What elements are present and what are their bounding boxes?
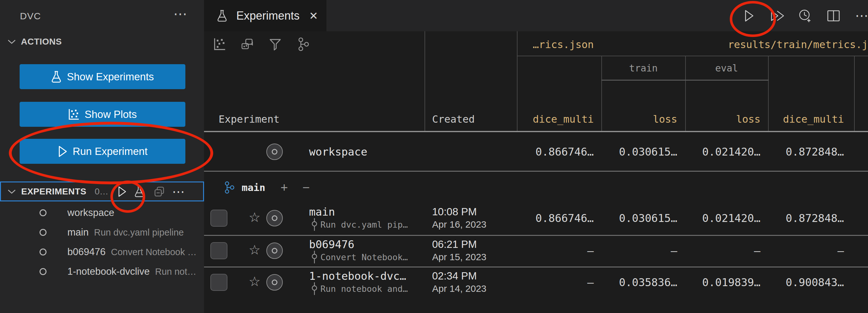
run-experiment-icon-button[interactable] [114, 183, 131, 200]
editor-tab-bar: Experiments ✕ [204, 0, 868, 31]
show-experiments-button[interactable]: Show Experiments [20, 64, 185, 89]
metric-value: 0.021420… [702, 146, 761, 158]
eval-loss-column-header[interactable]: loss [736, 113, 761, 125]
row-checkbox[interactable] [210, 274, 227, 291]
branch-name: main [242, 182, 266, 193]
run-experiment-label: Run Experiment [73, 146, 148, 157]
created-time: 06:21 PM [432, 239, 477, 250]
sidebar-more-icon[interactable]: ⋯ [173, 7, 187, 21]
run-all-icon-button[interactable] [768, 7, 786, 25]
created-time: 10:08 PM [432, 206, 477, 218]
created-date: Apr 15, 2023 [432, 252, 487, 262]
show-plots-button[interactable]: Show Plots [20, 102, 185, 127]
row-divider [204, 235, 868, 236]
column-divider[interactable] [601, 56, 602, 131]
experiment-name: main [309, 206, 335, 218]
eval-subgroup-header[interactable]: eval [715, 63, 738, 74]
header-row-divider [517, 56, 868, 56]
sidebar-item-b069476[interactable]: b069476 Convert Notebook … [0, 242, 204, 262]
metric-value: 0.021420… [702, 212, 761, 224]
metric-value: 0.866746… [535, 212, 594, 224]
sidebar-item-desc: Convert Notebook … [111, 247, 197, 257]
close-icon[interactable]: ✕ [309, 9, 318, 22]
sidebar-item-name: 1-notebook-dvclive [67, 266, 150, 277]
sidebar-item-desc: Run dvc.yaml pipeline [94, 227, 184, 238]
created-date: Apr 14, 2023 [432, 283, 487, 294]
sidebar-item-main[interactable]: main Run dvc.yaml pipeline [0, 223, 204, 242]
bullet-circle-icon [266, 210, 283, 226]
sidebar-item-name: b069476 [67, 246, 106, 258]
columns-reorder-icon-button[interactable] [239, 35, 256, 53]
experiments-section-label: EXPERIMENTS [21, 187, 86, 197]
add-icon-button[interactable]: + [281, 181, 288, 195]
metric-value: – [587, 244, 594, 257]
experiments-section-header[interactable]: EXPERIMENTS 0… ⋯ [0, 182, 204, 201]
experiment-desc: Convert Notebook… [312, 251, 408, 263]
bullet-circle-icon [266, 243, 283, 259]
metric-value: 0.900843… [786, 276, 844, 289]
train-loss-column-header[interactable]: loss [653, 113, 677, 125]
column-divider[interactable] [517, 31, 518, 131]
metric-value: 0.035836… [619, 276, 677, 289]
experiment-desc: Run notebook and… [312, 282, 408, 295]
sidebar-title: DVC [20, 11, 41, 22]
sidebar-item-workspace[interactable]: workspace [0, 203, 204, 223]
queue-clock-plus-icon-button[interactable] [797, 7, 814, 25]
chevron-down-icon [8, 189, 16, 194]
dice-multi-column-header[interactable]: dice_multi [533, 113, 594, 125]
column-divider[interactable] [685, 56, 686, 131]
star-icon[interactable]: ☆ [249, 211, 261, 224]
row-divider [204, 267, 868, 268]
header-bottom-border [204, 131, 868, 132]
column-divider[interactable] [768, 56, 769, 131]
experiment-column-header[interactable]: Experiment [219, 113, 280, 125]
metric-value: – [587, 276, 594, 289]
bullet-circle-icon [39, 229, 46, 236]
sidebar-item-desc: Run not… [155, 267, 196, 277]
git-branch-icon-button[interactable] [294, 35, 312, 53]
metric-value: 0.030615… [619, 212, 677, 224]
copy-icon-button[interactable] [151, 183, 168, 200]
metric-value: – [671, 244, 677, 257]
run-experiment-button[interactable]: Run Experiment [20, 139, 185, 164]
created-time: 02:34 PM [432, 270, 477, 282]
experiment-name: 1-notebook-dvc… [309, 270, 406, 282]
play-icon [58, 146, 68, 157]
plots-icon-button[interactable] [211, 35, 228, 53]
git-branch-icon [223, 181, 235, 194]
split-editor-icon-button[interactable] [825, 7, 842, 25]
table-toolbar [211, 35, 312, 53]
flask-icon [51, 71, 62, 83]
editor-more-icon[interactable]: ⋯ [853, 7, 868, 25]
bullet-circle-icon [266, 144, 283, 160]
column-divider[interactable] [425, 31, 425, 131]
remove-icon-button[interactable]: − [302, 181, 310, 195]
star-icon[interactable]: ☆ [249, 275, 261, 288]
created-column-header[interactable]: Created [432, 113, 475, 125]
dvc-extension-window: DVC ⋯ ACTIONS Show Experiments [0, 0, 868, 313]
metric-value: 0.019839… [702, 276, 761, 289]
experiment-desc: Run dvc.yaml pip… [312, 218, 408, 231]
run-icon-button[interactable] [740, 7, 758, 25]
column-divider[interactable] [854, 56, 855, 131]
star-icon[interactable]: ☆ [249, 244, 261, 257]
row-checkbox[interactable] [210, 242, 227, 259]
sidebar-item-name: main [67, 227, 89, 238]
train-subgroup-header[interactable]: train [629, 63, 658, 74]
experiments-more-icon[interactable]: ⋯ [170, 183, 187, 200]
eval-dice-multi-column-header[interactable]: dice_multi [783, 113, 844, 125]
metrics-json-group-header[interactable]: …rics.json [533, 38, 594, 51]
row-checkbox[interactable] [210, 210, 227, 227]
bullet-circle-icon [266, 274, 283, 290]
filter-icon-button[interactable] [266, 35, 284, 53]
train-metrics-group-header[interactable]: results/train/metrics.j [728, 38, 868, 51]
scatter-plot-icon [68, 108, 80, 121]
actions-section-header[interactable]: ACTIONS [8, 37, 62, 47]
show-experiments-icon-button[interactable] [131, 183, 148, 200]
show-experiments-label: Show Experiments [67, 71, 154, 83]
metric-value: – [754, 244, 761, 257]
bullet-circle-icon [39, 268, 46, 275]
experiment-name: workspace [309, 146, 367, 158]
tab-experiments[interactable]: Experiments ✕ [204, 0, 327, 31]
sidebar-item-1-notebook-dvclive[interactable]: 1-notebook-dvclive Run not… [0, 262, 204, 281]
